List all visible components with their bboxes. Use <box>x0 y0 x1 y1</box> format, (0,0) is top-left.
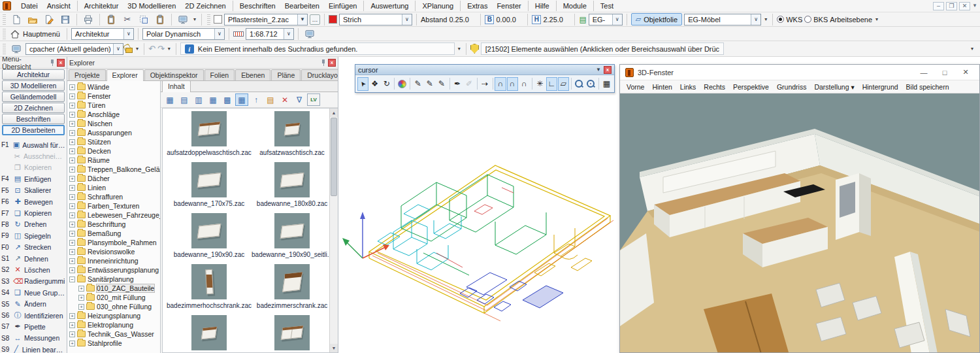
palette-tool-button[interactable]: ✒ <box>451 77 463 91</box>
scale-combo[interactable]: 1:68.712∨ <box>246 28 294 40</box>
tree-node[interactable]: + Entwässerungsplanung <box>67 265 160 275</box>
palette-tool-button[interactable] <box>397 77 408 91</box>
explorer-tab[interactable]: Explorer <box>106 69 144 81</box>
menubar-overflow-icon[interactable]: ▾ <box>972 2 977 10</box>
command-item[interactable]: S6 ⓘ Identifizieren <box>0 310 67 321</box>
objektfolie-toggle[interactable]: ▱ Objektfolie <box>631 13 682 25</box>
tree-expand-icon[interactable]: + <box>69 176 75 182</box>
palette-tool-button[interactable]: ✎ <box>412 77 423 91</box>
tree-expand-icon[interactable]: + <box>69 313 75 319</box>
line-style-combo[interactable]: Strich∨ <box>339 14 412 25</box>
content-toolbar-button[interactable]: ▤ <box>264 93 277 106</box>
command-item[interactable]: F9 ◫ Spiegeln <box>0 230 67 241</box>
minimize-button[interactable]: – <box>933 2 944 10</box>
redo-button[interactable]: ↷ <box>157 44 165 54</box>
screen-capture-button[interactable] <box>176 13 190 26</box>
close-button[interactable]: ✕ <box>959 2 970 10</box>
command-item[interactable]: F4 ▤ Einfügen <box>0 173 67 184</box>
viewer-view-button[interactable]: Hinten <box>648 82 676 92</box>
tree-expand-icon[interactable]: + <box>69 130 75 136</box>
tree-node[interactable]: + Farben_Texturen <box>67 201 160 210</box>
menu-item[interactable]: XPlanung <box>417 1 461 11</box>
tree-node[interactable]: + 020_mit Füllung <box>67 293 160 302</box>
menu-item[interactable]: Datei <box>16 1 42 11</box>
tree-node[interactable]: + 030_ohne Füllung <box>67 302 160 311</box>
tree-expand-icon[interactable]: + <box>69 222 75 227</box>
project-combo[interactable]: cpacher (Aktuell geladen)∨ <box>25 43 123 55</box>
arbeitsebene-label[interactable]: Arbeitsebene <box>830 16 872 24</box>
content-toolbar-button[interactable]: ▦ <box>206 93 220 106</box>
tree-expand-icon[interactable]: + <box>69 203 75 209</box>
wks-radio[interactable]: WKS <box>777 16 802 24</box>
content-scrollbar[interactable]: ▲ ▼ <box>329 109 338 352</box>
palette-tool-button[interactable]: ✳ <box>534 77 546 91</box>
explorer-tab[interactable]: Objektinspektor <box>144 69 204 80</box>
undo-dropdown-icon[interactable]: ▾ <box>167 46 172 52</box>
lock-dropdown-icon[interactable]: ▾ <box>135 46 140 52</box>
menu-item[interactable]: Test <box>596 1 618 11</box>
folie-combo[interactable]: EG-Möbel∨ <box>684 14 761 25</box>
tree-expand-icon[interactable]: + <box>69 93 75 99</box>
object-file-combo[interactable]: Pflasterstein_2.zac▼ <box>224 14 308 25</box>
pin-icon[interactable] <box>319 59 327 67</box>
tree-node[interactable]: + Nischen <box>67 119 160 128</box>
content-toolbar-button[interactable]: ▤ <box>178 93 191 106</box>
palette-tool-button[interactable]: ⇢ <box>479 77 490 91</box>
library-item[interactable] <box>167 315 252 353</box>
command-item[interactable]: S4 ❑ Neue Gruppe <box>0 287 67 298</box>
close-panel-icon[interactable]: x <box>328 59 336 67</box>
palette-tool-button[interactable]: ∟ <box>546 77 557 91</box>
library-item[interactable]: aufsatzwaschtisch.zac <box>252 111 333 156</box>
tree-node[interactable]: + Schraffuren <box>67 192 160 201</box>
viewer-view-button[interactable]: Links <box>676 82 700 92</box>
library-item[interactable]: badewanne_190x90_seitli... <box>252 213 333 258</box>
explorer-tab[interactable]: Drucklayouts <box>301 69 338 80</box>
pin-icon[interactable] <box>48 59 56 67</box>
tree-expand-icon[interactable]: + <box>69 341 75 346</box>
tree-expand-icon[interactable]: + <box>69 139 75 145</box>
b-toggle[interactable]: B <box>485 15 494 24</box>
tree-expand-icon[interactable]: + <box>69 167 75 173</box>
tree-expand-icon[interactable]: + <box>69 112 75 118</box>
tree-node[interactable]: + Technik_Gas_Wasser <box>67 329 160 339</box>
paste-button[interactable] <box>104 13 118 26</box>
library-item[interactable]: badewanne_180x80.zac <box>252 162 333 207</box>
tree-node[interactable]: + Bemaßung <box>67 229 160 238</box>
palette-tool-button[interactable]: ∩ <box>495 77 506 91</box>
tree-node[interactable]: + Wände <box>67 82 160 92</box>
viewer-minimize-button[interactable]: — <box>915 69 932 76</box>
tree-node[interactable]: + Heizungsplanung <box>67 311 160 320</box>
explorer-tab[interactable]: Pläne <box>271 69 301 80</box>
h-toggle[interactable]: H <box>532 15 541 24</box>
command-item[interactable]: F1 ▣ Auswahl für Z... <box>0 139 67 150</box>
viewer-view-button[interactable]: Grundriss <box>773 82 811 92</box>
palette-titlebar[interactable]: cursor ▼ x <box>355 65 614 75</box>
tree-expand-icon[interactable]: + <box>69 240 75 246</box>
undo-button[interactable]: ↶ <box>148 44 155 54</box>
command-item[interactable]: ✂ Ausschneiden <box>0 150 67 161</box>
tree-node[interactable]: + Stützen <box>67 137 160 146</box>
tree-expand-icon[interactable]: + <box>69 331 75 337</box>
print-button[interactable] <box>81 13 95 26</box>
viewer-view-button[interactable]: Rechts <box>700 82 729 92</box>
palette-tool-button[interactable]: ✎ <box>436 77 447 91</box>
tree-node[interactable]: + Lebewesen_Fahrzeuge_Veg <box>67 210 160 220</box>
explorer-tab[interactable]: Projekte <box>69 69 106 80</box>
palette-tool-button[interactable] <box>574 77 585 91</box>
tree-node[interactable]: + Anschläge <box>67 110 160 119</box>
command-item[interactable]: ❐ Kopieren <box>0 162 67 173</box>
command-item[interactable]: S5 ✎ Ändern <box>0 298 67 309</box>
tree-node[interactable]: + Räume <box>67 156 160 165</box>
palette-tool-button[interactable]: ▱ <box>558 77 569 91</box>
lock-open-icon[interactable] <box>125 48 133 53</box>
tree-expand-icon[interactable]: + <box>69 212 75 218</box>
library-item[interactable] <box>252 315 333 353</box>
menu-item[interactable]: Auswertung <box>366 1 416 11</box>
menu-item[interactable]: 3D Modellieren <box>123 1 180 11</box>
library-item[interactable]: badewanne_190x90.zac <box>167 213 252 258</box>
viewer-maximize-button[interactable]: □ <box>936 69 953 76</box>
tree-node[interactable]: + Aussparungen <box>67 128 160 137</box>
command-item[interactable]: S7 ✒ Pipette <box>0 321 67 332</box>
library-item[interactable]: aufsatzdoppelwaschtisch.zac <box>167 111 252 156</box>
content-tab[interactable]: Inhalt <box>162 81 191 92</box>
